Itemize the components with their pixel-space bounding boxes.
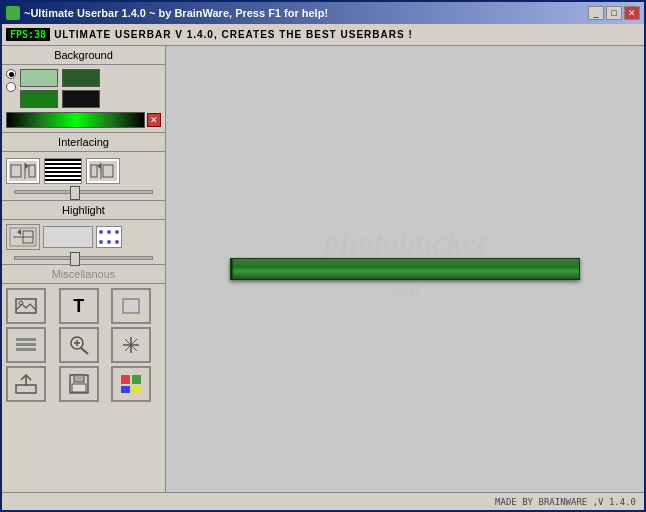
misc-section: Miscellanous T <box>2 264 165 492</box>
status-text: MADE BY BRAINWARE ,V 1.4.0 <box>495 497 636 507</box>
userbar-shine <box>231 259 579 267</box>
svg-rect-19 <box>16 348 36 351</box>
misc-grid: T <box>2 284 165 406</box>
toolbar-message: ULTIMATE USERBAR V 1.4.0, CREATES THE BE… <box>54 29 413 40</box>
dot-6 <box>115 240 119 244</box>
main-area: Background <box>2 46 644 492</box>
misc-btn-add-image[interactable] <box>6 288 46 324</box>
svg-rect-17 <box>16 338 36 341</box>
color-icon <box>119 373 143 395</box>
misc-btn-shape[interactable] <box>111 288 151 324</box>
interlace-left-svg <box>9 161 37 181</box>
highlight-section-header: Highlight <box>2 201 165 220</box>
svg-rect-36 <box>132 386 141 393</box>
userbar-edge <box>231 259 234 279</box>
svg-rect-35 <box>121 386 130 393</box>
interlace-slider-track <box>14 190 153 194</box>
svg-rect-34 <box>132 375 141 384</box>
misc-btn-color[interactable] <box>111 366 151 402</box>
dot-5 <box>107 240 111 244</box>
dot-3 <box>115 230 119 234</box>
color-swatch-2[interactable] <box>20 90 58 108</box>
reset-gradient-button[interactable]: ✕ <box>147 113 161 127</box>
background-section: ✕ <box>2 65 165 132</box>
dot-2 <box>107 230 111 234</box>
add-image-icon <box>14 294 38 318</box>
highlight-rect-btn[interactable] <box>43 226 93 248</box>
highlight-left-btn[interactable] <box>6 224 40 250</box>
svg-rect-28 <box>16 385 36 393</box>
swatch-col-1 <box>20 69 58 108</box>
misc-btn-layers[interactable] <box>6 327 46 363</box>
hl-left-svg <box>9 227 37 247</box>
close-button[interactable]: ✕ <box>624 6 640 20</box>
gradient-bar-container: ✕ <box>6 112 161 128</box>
export-icon <box>14 373 38 395</box>
misc-section-header: Miscellanous <box>2 265 165 284</box>
userbar-preview <box>230 258 580 280</box>
interlacing-row <box>6 158 161 184</box>
svg-rect-33 <box>121 375 130 384</box>
radio-1[interactable] <box>6 69 16 79</box>
gradient-bar[interactable] <box>6 112 145 128</box>
maximize-button[interactable]: □ <box>606 6 622 20</box>
status-bar: MADE BY BRAINWARE ,V 1.4.0 <box>2 492 644 510</box>
highlight-dots-btn[interactable] <box>96 226 122 248</box>
background-section-header: Background <box>2 46 165 65</box>
misc-btn-text[interactable]: T <box>59 288 99 324</box>
interlacing-section-header: Interlacing <box>2 133 165 152</box>
interlace-preview <box>44 158 82 184</box>
highlight-row <box>6 224 161 250</box>
svg-rect-4 <box>29 165 35 177</box>
layers-icon <box>14 334 38 356</box>
effects-icon <box>119 334 143 356</box>
svg-line-21 <box>81 348 88 354</box>
title-bar: ~Ultimate Userbar 1.4.0 ~ by BrainWare, … <box>2 2 644 24</box>
misc-btn-effects[interactable] <box>111 327 151 363</box>
title-buttons: _ □ ✕ <box>588 6 640 20</box>
svg-rect-32 <box>72 384 86 392</box>
dot-4 <box>99 240 103 244</box>
bg-colors-row <box>6 69 161 108</box>
dot-1 <box>99 230 103 234</box>
fps-counter: FPS:38 <box>6 28 50 41</box>
color-swatch-4[interactable] <box>62 90 100 108</box>
title-bar-text: ~Ultimate Userbar 1.4.0 ~ by BrainWare, … <box>6 6 328 20</box>
svg-rect-18 <box>16 343 36 346</box>
left-panel: Background <box>2 46 166 492</box>
save-icon <box>67 373 91 395</box>
interlace-slider-row <box>6 190 161 194</box>
watermark-logo: photobucket <box>286 224 525 261</box>
radio-2[interactable] <box>6 82 16 92</box>
interlace-slider-thumb[interactable] <box>70 186 80 200</box>
shape-icon <box>119 295 143 317</box>
radio-row-2 <box>6 82 16 92</box>
app-icon <box>6 6 20 20</box>
highlight-slider-row <box>6 256 161 260</box>
radio-col <box>6 69 16 92</box>
svg-rect-14 <box>16 299 36 313</box>
misc-btn-export[interactable] <box>6 366 46 402</box>
highlight-content <box>2 220 165 264</box>
toolbar: FPS:38 ULTIMATE USERBAR V 1.4.0, CREATES… <box>2 24 644 46</box>
minimize-button[interactable]: _ <box>588 6 604 20</box>
misc-btn-zoom[interactable] <box>59 327 99 363</box>
zoom-icon <box>67 334 91 356</box>
svg-rect-31 <box>74 375 84 382</box>
main-window: ~Ultimate Userbar 1.4.0 ~ by BrainWare, … <box>0 0 646 512</box>
svg-rect-16 <box>123 299 139 313</box>
color-swatch-1[interactable] <box>20 69 58 87</box>
interlace-icon-left[interactable] <box>6 158 40 184</box>
interlacing-content <box>2 152 165 200</box>
window-title: ~Ultimate Userbar 1.4.0 ~ by BrainWare, … <box>24 7 328 19</box>
color-swatch-3[interactable] <box>62 69 100 87</box>
highlight-slider-track <box>14 256 153 260</box>
highlight-section: Highlight <box>2 200 165 264</box>
canvas-area: photobucket Protect more of your memorie… <box>166 46 644 492</box>
misc-btn-save[interactable] <box>59 366 99 402</box>
highlight-slider-thumb[interactable] <box>70 252 80 266</box>
interlace-right-svg <box>89 161 117 181</box>
radio-row-1 <box>6 69 16 79</box>
swatch-col-2 <box>62 69 100 108</box>
interlace-icon-right[interactable] <box>86 158 120 184</box>
